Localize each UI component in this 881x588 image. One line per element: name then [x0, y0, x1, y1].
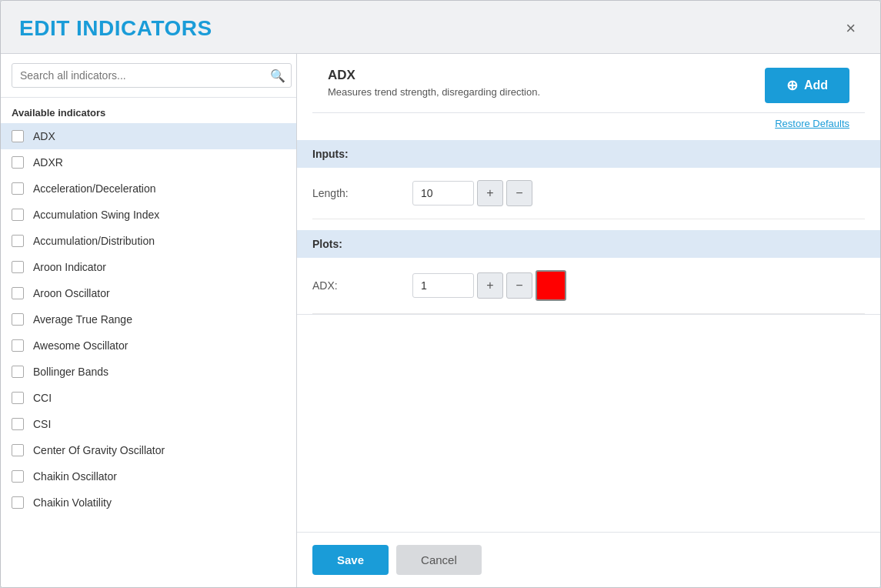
selected-indicator-name: ADX	[328, 68, 749, 83]
save-button[interactable]: Save	[312, 545, 389, 575]
indicator-label: ADX	[33, 130, 55, 142]
indicator-detail-header: ADX Measures trend strength, disregardin…	[312, 54, 865, 113]
plots-divider	[297, 314, 880, 315]
modal-footer: Save Cancel	[297, 532, 880, 587]
adx-increment-button[interactable]: +	[477, 272, 503, 299]
available-indicators-label: Available indicators	[1, 98, 296, 123]
indicator-label: Aroon Indicator	[33, 261, 106, 273]
adx-plot-label: ADX:	[312, 279, 412, 292]
indicator-checkbox[interactable]	[12, 130, 24, 142]
modal-title-colored: INDICATORS	[76, 16, 212, 40]
indicator-label: Center Of Gravity Oscillator	[33, 444, 165, 456]
selected-indicator-description: Measures trend strength, disregarding di…	[328, 86, 749, 98]
modal-body: 🔍 Available indicators ADX ADXR Accelera…	[1, 54, 880, 587]
indicator-label: Bollinger Bands	[33, 366, 108, 378]
indicator-label: Aroon Oscillator	[33, 287, 110, 299]
list-item[interactable]: Chaikin Oscillator	[1, 463, 296, 489]
length-decrement-button[interactable]: −	[506, 180, 532, 206]
right-panel: ADX Measures trend strength, disregardin…	[297, 54, 880, 587]
adx-decrement-button[interactable]: −	[506, 272, 532, 299]
indicator-checkbox[interactable]	[12, 366, 24, 378]
list-item[interactable]: Accumulation Swing Index	[1, 202, 296, 228]
inputs-section-header: Inputs:	[297, 140, 880, 168]
list-item[interactable]: CSI	[1, 411, 296, 437]
indicator-checkbox[interactable]	[12, 444, 24, 456]
close-button[interactable]: ×	[839, 17, 862, 40]
modal-title: EDIT INDICATORS	[19, 16, 212, 41]
indicator-label: Chaikin Oscillator	[33, 470, 117, 483]
list-item[interactable]: Center Of Gravity Oscillator	[1, 437, 296, 463]
indicator-label: CSI	[33, 418, 51, 430]
indicator-list: ADX ADXR Acceleration/Deceleration Accum…	[1, 123, 296, 587]
list-item[interactable]: Accumulation/Distribution	[1, 228, 296, 254]
length-label: Length:	[312, 187, 412, 199]
indicator-checkbox[interactable]	[12, 496, 24, 509]
indicator-label: Average True Range	[33, 313, 132, 326]
list-item[interactable]: ADX	[1, 123, 296, 149]
list-item[interactable]: Average True Range	[1, 306, 296, 332]
list-item[interactable]: Bollinger Bands	[1, 359, 296, 385]
indicator-label: Accumulation Swing Index	[33, 209, 159, 221]
right-content: Inputs: Length: + − Plots: ADX: + −	[297, 129, 880, 532]
list-item[interactable]: Aroon Oscillator	[1, 280, 296, 306]
indicator-label: Accumulation/Distribution	[33, 235, 155, 247]
plus-circle-icon: ⊕	[786, 77, 798, 94]
indicator-checkbox[interactable]	[12, 287, 24, 299]
indicator-info: ADX Measures trend strength, disregardin…	[328, 68, 749, 98]
indicator-label: ADXR	[33, 156, 63, 169]
adx-color-swatch[interactable]	[536, 270, 566, 301]
right-top-area: ADX Measures trend strength, disregardin…	[297, 54, 880, 129]
adx-plot-row: ADX: + −	[312, 258, 865, 314]
indicator-label: Acceleration/Deceleration	[33, 182, 156, 195]
indicator-checkbox[interactable]	[12, 392, 24, 404]
indicator-checkbox[interactable]	[12, 209, 24, 221]
restore-defaults-link[interactable]: Restore Defaults	[312, 113, 865, 129]
list-item[interactable]: Awesome Oscillator	[1, 332, 296, 359]
indicator-checkbox[interactable]	[12, 470, 24, 483]
search-box: 🔍	[1, 54, 296, 98]
indicator-label: CCI	[33, 392, 52, 404]
list-item[interactable]: CCI	[1, 385, 296, 411]
modal-title-plain: EDIT	[19, 16, 76, 40]
search-input[interactable]	[12, 63, 292, 88]
cancel-button[interactable]: Cancel	[396, 545, 482, 575]
indicator-label: Awesome Oscillator	[33, 339, 128, 352]
adx-plot-input[interactable]	[412, 273, 474, 298]
indicator-label: Chaikin Volatility	[33, 496, 112, 509]
indicator-checkbox[interactable]	[12, 339, 24, 352]
indicator-checkbox[interactable]	[12, 235, 24, 247]
indicator-checkbox[interactable]	[12, 182, 24, 195]
plots-section-header: Plots:	[297, 230, 880, 258]
indicator-checkbox[interactable]	[12, 313, 24, 326]
length-row: Length: + −	[312, 168, 865, 219]
modal-header: EDIT INDICATORS ×	[1, 1, 880, 54]
indicator-checkbox[interactable]	[12, 261, 24, 273]
list-item[interactable]: Aroon Indicator	[1, 254, 296, 280]
indicator-checkbox[interactable]	[12, 418, 24, 430]
add-button[interactable]: ⊕ Add	[765, 68, 849, 103]
length-input[interactable]	[412, 181, 474, 205]
length-increment-button[interactable]: +	[477, 180, 503, 206]
left-panel: 🔍 Available indicators ADX ADXR Accelera…	[1, 54, 297, 587]
list-item[interactable]: ADXR	[1, 149, 296, 175]
edit-indicators-modal: EDIT INDICATORS × 🔍 Available indicators…	[0, 0, 881, 588]
add-button-label: Add	[804, 79, 828, 92]
list-item[interactable]: Chaikin Volatility	[1, 489, 296, 516]
list-item[interactable]: Acceleration/Deceleration	[1, 175, 296, 202]
indicator-checkbox[interactable]	[12, 156, 24, 169]
